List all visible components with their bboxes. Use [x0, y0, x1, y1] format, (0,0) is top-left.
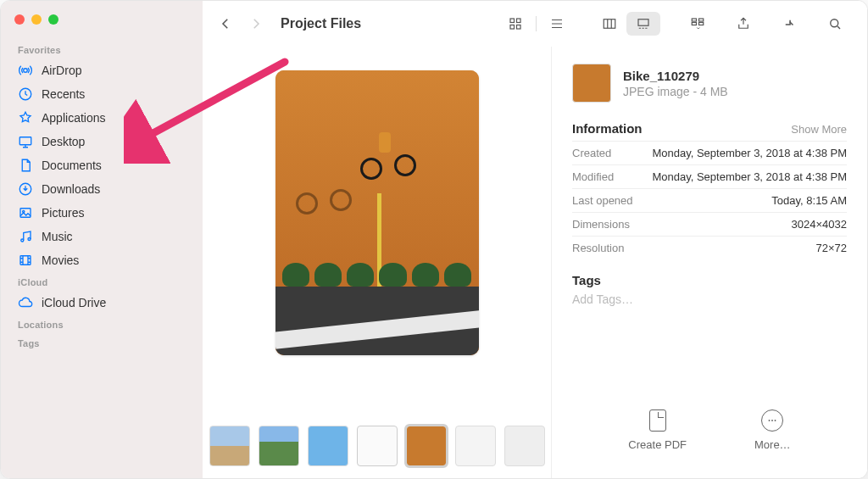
- action-label: Create PDF: [628, 438, 687, 451]
- share-button[interactable]: [726, 12, 760, 36]
- svg-rect-17: [699, 19, 704, 21]
- nav-buttons: [218, 12, 264, 36]
- info-value: 72×72: [815, 242, 847, 254]
- sidebar-item-label: Desktop: [42, 135, 85, 148]
- forward-button[interactable]: [248, 12, 264, 36]
- sidebar-item-desktop[interactable]: Desktop: [1, 130, 203, 153]
- sidebar-section-tags: Tags: [1, 333, 203, 352]
- download-icon: [18, 181, 33, 197]
- ellipsis-icon: [761, 409, 783, 432]
- file-header: Bike_110279 JPEG image - 4 MB: [572, 64, 847, 103]
- sidebar-item-label: Movies: [42, 253, 79, 267]
- list-view-button[interactable]: [540, 12, 574, 36]
- file-name: Bike_110279: [623, 69, 728, 83]
- svg-point-0: [24, 69, 28, 73]
- toolbar: Project Files: [203, 1, 867, 47]
- desktop-icon: [18, 134, 33, 149]
- svg-point-22: [775, 420, 776, 421]
- music-icon: [18, 229, 33, 244]
- svg-rect-13: [604, 19, 615, 28]
- thumbnail[interactable]: [209, 426, 250, 466]
- svg-point-20: [769, 420, 771, 421]
- show-more-button[interactable]: Show More: [791, 123, 847, 136]
- airdrop-icon: [18, 63, 33, 78]
- action-label: More…: [754, 438, 791, 451]
- cloud-icon: [18, 295, 33, 310]
- sidebar-item-recents[interactable]: Recents: [1, 82, 203, 106]
- main-area: Project Files: [203, 1, 867, 478]
- window-title: Project Files: [281, 16, 361, 31]
- group-by-button[interactable]: [681, 12, 715, 36]
- thumbnail[interactable]: [357, 426, 398, 466]
- sidebar-item-label: AirDrop: [42, 64, 81, 77]
- icon-view-button[interactable]: [498, 12, 532, 36]
- sidebar-item-airdrop[interactable]: AirDrop: [1, 58, 203, 82]
- sidebar-item-icloud-drive[interactable]: iCloud Drive: [1, 291, 203, 315]
- sidebar-item-pictures[interactable]: Pictures: [1, 201, 203, 225]
- svg-rect-9: [510, 19, 515, 23]
- sidebar-item-label: Downloads: [42, 182, 100, 196]
- info-label: Last opened: [572, 194, 633, 207]
- tags-heading: Tags: [572, 273, 847, 287]
- file-icon-thumbnail: [572, 64, 611, 103]
- file-preview-image[interactable]: [275, 70, 479, 355]
- pictures-icon: [18, 205, 33, 220]
- thumbnail[interactable]: [259, 426, 299, 466]
- svg-point-6: [21, 239, 24, 242]
- svg-rect-14: [638, 19, 648, 25]
- svg-rect-4: [20, 209, 31, 218]
- sidebar-item-applications[interactable]: Applications: [1, 106, 203, 130]
- svg-point-7: [28, 238, 31, 241]
- svg-rect-11: [510, 25, 515, 29]
- info-row-dimensions: Dimensions 3024×4032: [572, 212, 847, 236]
- close-window-button[interactable]: [14, 14, 25, 25]
- thumbnail[interactable]: [455, 426, 496, 466]
- info-label: Dimensions: [572, 218, 630, 231]
- sidebar: Favorites AirDrop Recents Applications D…: [1, 1, 203, 478]
- svg-rect-18: [699, 22, 704, 25]
- fullscreen-window-button[interactable]: [48, 14, 58, 25]
- svg-point-21: [771, 420, 773, 421]
- view-switcher: [498, 12, 574, 36]
- create-pdf-action[interactable]: Create PDF: [628, 409, 687, 451]
- minimize-window-button[interactable]: [31, 14, 42, 25]
- sidebar-item-label: Recents: [42, 87, 85, 101]
- svg-rect-16: [692, 22, 696, 25]
- window-controls: [1, 11, 203, 40]
- sidebar-item-documents[interactable]: Documents: [1, 153, 203, 177]
- quick-actions: Create PDF More…: [572, 386, 847, 466]
- more-actions[interactable]: More…: [754, 409, 791, 451]
- details-pane: Bike_110279 JPEG image - 4 MB Informatio…: [552, 47, 867, 478]
- svg-rect-10: [517, 19, 521, 23]
- add-tags-field[interactable]: Add Tags…: [572, 292, 847, 306]
- sidebar-item-movies[interactable]: Movies: [1, 248, 203, 272]
- thumbnail[interactable]: [504, 426, 545, 466]
- info-value: Monday, September 3, 2018 at 4:38 PM: [652, 170, 847, 183]
- file-type-size: JPEG image - 4 MB: [623, 85, 728, 98]
- svg-rect-8: [20, 256, 31, 265]
- sidebar-item-downloads[interactable]: Downloads: [1, 177, 203, 201]
- preview-pane: [203, 47, 552, 478]
- information-header: Information Show More: [572, 121, 847, 136]
- svg-point-19: [831, 19, 838, 26]
- sidebar-item-music[interactable]: Music: [1, 225, 203, 248]
- info-label: Created: [572, 147, 611, 159]
- info-row-modified: Modified Monday, September 3, 2018 at 4:…: [572, 164, 847, 188]
- info-value: 3024×4032: [792, 218, 847, 231]
- info-row-created: Created Monday, September 3, 2018 at 4:3…: [572, 141, 847, 164]
- info-label: Modified: [572, 170, 614, 183]
- info-row-resolution: Resolution 72×72: [572, 236, 847, 259]
- thumbnail-selected[interactable]: [406, 426, 447, 466]
- gallery-view-button[interactable]: [626, 12, 660, 36]
- info-value: Today, 8:15 AM: [771, 194, 847, 207]
- overflow-button[interactable]: [772, 12, 806, 36]
- thumbnail[interactable]: [308, 426, 348, 466]
- svg-rect-2: [19, 137, 31, 145]
- info-label: Resolution: [572, 242, 624, 254]
- sidebar-section-icloud: iCloud: [1, 272, 203, 291]
- back-button[interactable]: [218, 12, 233, 36]
- view-switcher-2: [593, 12, 660, 36]
- search-button[interactable]: [818, 12, 852, 36]
- column-view-button[interactable]: [593, 12, 626, 36]
- info-row-last-opened: Last opened Today, 8:15 AM: [572, 188, 847, 212]
